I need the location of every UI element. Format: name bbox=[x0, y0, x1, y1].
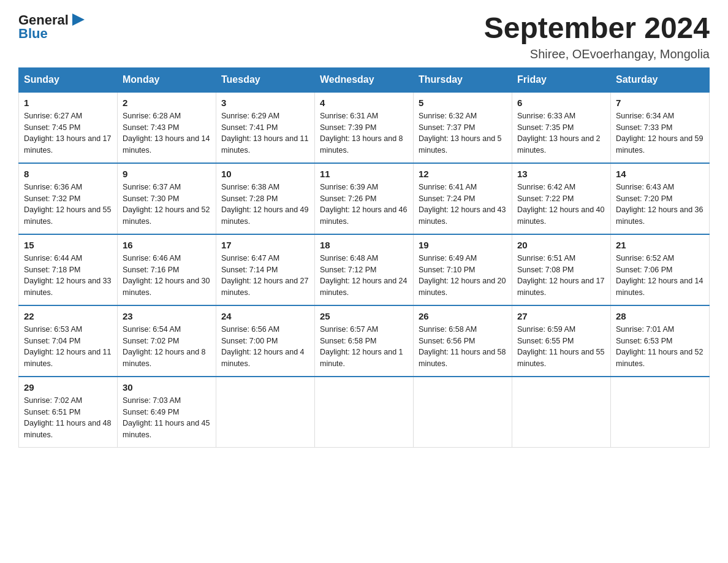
day-number: 28 bbox=[616, 311, 704, 321]
calendar-week-row: 8Sunrise: 6:36 AMSunset: 7:32 PMDaylight… bbox=[19, 163, 710, 234]
table-row: 14Sunrise: 6:43 AMSunset: 7:20 PMDayligh… bbox=[611, 163, 710, 234]
calendar-header-row: Sunday Monday Tuesday Wednesday Thursday… bbox=[19, 67, 710, 92]
day-number: 18 bbox=[320, 240, 408, 250]
table-row: 17Sunrise: 6:47 AMSunset: 7:14 PMDayligh… bbox=[216, 234, 315, 305]
table-row: 23Sunrise: 6:54 AMSunset: 7:02 PMDayligh… bbox=[118, 305, 216, 377]
table-row: 4Sunrise: 6:31 AMSunset: 7:39 PMDaylight… bbox=[315, 92, 414, 163]
calendar-week-row: 15Sunrise: 6:44 AMSunset: 7:18 PMDayligh… bbox=[19, 234, 710, 305]
day-number: 26 bbox=[419, 311, 507, 321]
day-info: Sunrise: 6:53 AMSunset: 7:04 PMDaylight:… bbox=[24, 324, 112, 370]
day-number: 23 bbox=[123, 311, 211, 321]
day-number: 14 bbox=[616, 169, 704, 179]
day-number: 22 bbox=[24, 311, 112, 321]
table-row: 20Sunrise: 6:51 AMSunset: 7:08 PMDayligh… bbox=[512, 234, 611, 305]
day-number: 21 bbox=[616, 240, 704, 250]
day-info: Sunrise: 6:42 AMSunset: 7:22 PMDaylight:… bbox=[517, 182, 605, 228]
day-info: Sunrise: 6:31 AMSunset: 7:39 PMDaylight:… bbox=[320, 110, 408, 156]
day-info: Sunrise: 6:39 AMSunset: 7:26 PMDaylight:… bbox=[320, 182, 408, 228]
day-number: 25 bbox=[320, 311, 408, 321]
day-number: 15 bbox=[24, 240, 112, 250]
day-info: Sunrise: 7:02 AMSunset: 6:51 PMDaylight:… bbox=[24, 395, 112, 441]
table-row: 10Sunrise: 6:38 AMSunset: 7:28 PMDayligh… bbox=[216, 163, 315, 234]
day-info: Sunrise: 6:44 AMSunset: 7:18 PMDaylight:… bbox=[24, 253, 112, 299]
day-info: Sunrise: 6:51 AMSunset: 7:08 PMDaylight:… bbox=[517, 253, 605, 299]
table-row: 22Sunrise: 6:53 AMSunset: 7:04 PMDayligh… bbox=[19, 305, 118, 377]
calendar-week-row: 29Sunrise: 7:02 AMSunset: 6:51 PMDayligh… bbox=[19, 377, 710, 448]
table-row: 19Sunrise: 6:49 AMSunset: 7:10 PMDayligh… bbox=[414, 234, 512, 305]
table-row: 2Sunrise: 6:28 AMSunset: 7:43 PMDaylight… bbox=[118, 92, 216, 163]
table-row: 27Sunrise: 6:59 AMSunset: 6:55 PMDayligh… bbox=[512, 305, 611, 377]
day-info: Sunrise: 6:34 AMSunset: 7:33 PMDaylight:… bbox=[616, 110, 704, 156]
day-info: Sunrise: 6:28 AMSunset: 7:43 PMDaylight:… bbox=[123, 110, 211, 156]
table-row: 30Sunrise: 7:03 AMSunset: 6:49 PMDayligh… bbox=[118, 377, 216, 448]
title-section: September 2024 Shiree, OEvoerhangay, Mon… bbox=[484, 12, 710, 61]
table-row: 13Sunrise: 6:42 AMSunset: 7:22 PMDayligh… bbox=[512, 163, 611, 234]
table-row bbox=[512, 377, 611, 448]
day-info: Sunrise: 6:29 AMSunset: 7:41 PMDaylight:… bbox=[221, 110, 309, 156]
logo-blue-text: Blue bbox=[18, 26, 87, 42]
day-info: Sunrise: 6:54 AMSunset: 7:02 PMDaylight:… bbox=[123, 324, 211, 370]
day-info: Sunrise: 6:41 AMSunset: 7:24 PMDaylight:… bbox=[419, 182, 507, 228]
day-info: Sunrise: 6:52 AMSunset: 7:06 PMDaylight:… bbox=[616, 253, 704, 299]
table-row: 25Sunrise: 6:57 AMSunset: 6:58 PMDayligh… bbox=[315, 305, 414, 377]
day-number: 11 bbox=[320, 169, 408, 179]
table-row bbox=[414, 377, 512, 448]
day-number: 27 bbox=[517, 311, 605, 321]
day-info: Sunrise: 6:59 AMSunset: 6:55 PMDaylight:… bbox=[517, 324, 605, 370]
day-number: 10 bbox=[221, 169, 309, 179]
calendar-week-row: 1Sunrise: 6:27 AMSunset: 7:45 PMDaylight… bbox=[19, 92, 710, 163]
day-info: Sunrise: 7:03 AMSunset: 6:49 PMDaylight:… bbox=[123, 395, 211, 441]
day-number: 20 bbox=[517, 240, 605, 250]
day-info: Sunrise: 6:57 AMSunset: 6:58 PMDaylight:… bbox=[320, 324, 408, 370]
day-info: Sunrise: 6:48 AMSunset: 7:12 PMDaylight:… bbox=[320, 253, 408, 299]
table-row: 28Sunrise: 7:01 AMSunset: 6:53 PMDayligh… bbox=[611, 305, 710, 377]
day-number: 3 bbox=[221, 98, 309, 108]
day-number: 9 bbox=[123, 169, 211, 179]
table-row: 5Sunrise: 6:32 AMSunset: 7:37 PMDaylight… bbox=[414, 92, 512, 163]
table-row: 8Sunrise: 6:36 AMSunset: 7:32 PMDaylight… bbox=[19, 163, 118, 234]
day-info: Sunrise: 6:32 AMSunset: 7:37 PMDaylight:… bbox=[419, 110, 507, 156]
logo: General Blue bbox=[18, 12, 87, 42]
calendar-table: Sunday Monday Tuesday Wednesday Thursday… bbox=[18, 67, 710, 448]
table-row: 11Sunrise: 6:39 AMSunset: 7:26 PMDayligh… bbox=[315, 163, 414, 234]
table-row bbox=[216, 377, 315, 448]
table-row bbox=[611, 377, 710, 448]
day-info: Sunrise: 6:43 AMSunset: 7:20 PMDaylight:… bbox=[616, 182, 704, 228]
header-tuesday: Tuesday bbox=[216, 67, 315, 92]
table-row: 21Sunrise: 6:52 AMSunset: 7:06 PMDayligh… bbox=[611, 234, 710, 305]
day-number: 8 bbox=[24, 169, 112, 179]
day-info: Sunrise: 6:33 AMSunset: 7:35 PMDaylight:… bbox=[517, 110, 605, 156]
day-info: Sunrise: 6:47 AMSunset: 7:14 PMDaylight:… bbox=[221, 253, 309, 299]
day-number: 13 bbox=[517, 169, 605, 179]
day-number: 30 bbox=[123, 382, 211, 393]
header-monday: Monday bbox=[118, 67, 216, 92]
day-info: Sunrise: 6:46 AMSunset: 7:16 PMDaylight:… bbox=[123, 253, 211, 299]
header-thursday: Thursday bbox=[414, 67, 512, 92]
table-row: 12Sunrise: 6:41 AMSunset: 7:24 PMDayligh… bbox=[414, 163, 512, 234]
day-info: Sunrise: 6:58 AMSunset: 6:56 PMDaylight:… bbox=[419, 324, 507, 370]
day-number: 6 bbox=[517, 98, 605, 108]
day-info: Sunrise: 6:27 AMSunset: 7:45 PMDaylight:… bbox=[24, 110, 112, 156]
day-number: 24 bbox=[221, 311, 309, 321]
day-number: 7 bbox=[616, 98, 704, 108]
table-row: 3Sunrise: 6:29 AMSunset: 7:41 PMDaylight… bbox=[216, 92, 315, 163]
day-info: Sunrise: 7:01 AMSunset: 6:53 PMDaylight:… bbox=[616, 324, 704, 370]
header-sunday: Sunday bbox=[19, 67, 118, 92]
page-header: General Blue September 2024 Shiree, OEvo… bbox=[18, 12, 710, 61]
table-row: 9Sunrise: 6:37 AMSunset: 7:30 PMDaylight… bbox=[118, 163, 216, 234]
svg-marker-0 bbox=[72, 13, 85, 26]
header-saturday: Saturday bbox=[611, 67, 710, 92]
table-row: 6Sunrise: 6:33 AMSunset: 7:35 PMDaylight… bbox=[512, 92, 611, 163]
day-number: 12 bbox=[419, 169, 507, 179]
table-row: 24Sunrise: 6:56 AMSunset: 7:00 PMDayligh… bbox=[216, 305, 315, 377]
day-number: 17 bbox=[221, 240, 309, 250]
header-friday: Friday bbox=[512, 67, 611, 92]
day-info: Sunrise: 6:38 AMSunset: 7:28 PMDaylight:… bbox=[221, 182, 309, 228]
day-info: Sunrise: 6:49 AMSunset: 7:10 PMDaylight:… bbox=[419, 253, 507, 299]
day-info: Sunrise: 6:56 AMSunset: 7:00 PMDaylight:… bbox=[221, 324, 309, 370]
day-number: 19 bbox=[419, 240, 507, 250]
table-row: 26Sunrise: 6:58 AMSunset: 6:56 PMDayligh… bbox=[414, 305, 512, 377]
table-row: 1Sunrise: 6:27 AMSunset: 7:45 PMDaylight… bbox=[19, 92, 118, 163]
day-number: 2 bbox=[123, 98, 211, 108]
day-info: Sunrise: 6:37 AMSunset: 7:30 PMDaylight:… bbox=[123, 182, 211, 228]
